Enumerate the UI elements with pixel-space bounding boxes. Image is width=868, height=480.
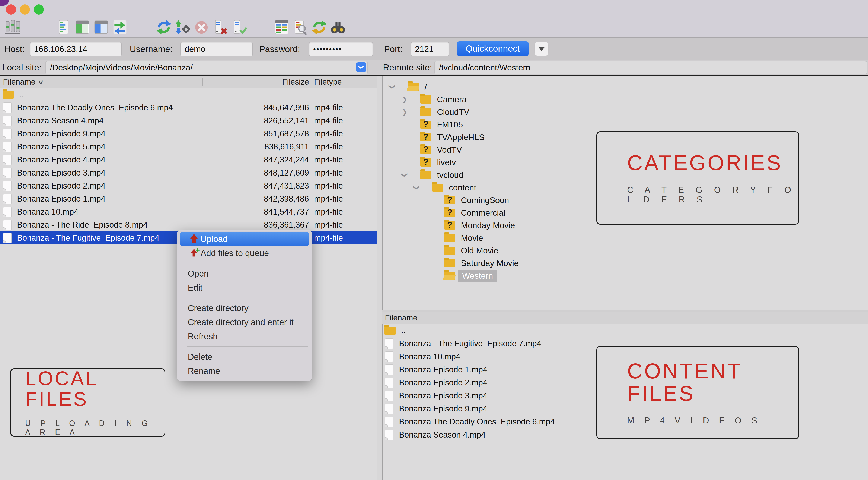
menu-item-delete[interactable]: Delete xyxy=(177,350,312,364)
list-item[interactable]: Bonanza The Deadly Ones Episode 6.mp4 xyxy=(382,415,868,428)
directory-comparison-icon[interactable] xyxy=(272,18,291,36)
file-size: 845,647,996 xyxy=(203,103,309,112)
chevron-right-icon[interactable] xyxy=(402,108,418,116)
menu-item-create-directory[interactable]: Create directory xyxy=(177,301,312,315)
tree-item-western-selected[interactable]: Western xyxy=(382,269,868,282)
close-window-button[interactable] xyxy=(6,4,16,14)
menu-item-upload[interactable]: Upload xyxy=(180,232,309,246)
menu-item-rename[interactable]: Rename xyxy=(177,364,312,378)
file-icon xyxy=(3,220,11,230)
parent-directory-row[interactable]: .. xyxy=(382,324,868,337)
tree-item-root[interactable]: / xyxy=(382,81,868,93)
tree-item-saturday-movie[interactable]: Saturday Movie xyxy=(382,257,868,269)
toggle-remote-tree-icon[interactable] xyxy=(92,18,111,36)
password-label: Password: xyxy=(259,44,300,54)
list-item[interactable]: Bonanza Season 4.mp4 xyxy=(382,428,868,441)
file-type: mp4-file xyxy=(314,129,343,138)
tree-item-vodtv[interactable]: VodTV xyxy=(382,144,868,156)
menu-item-add-files-to-queue[interactable]: +Add files to queue xyxy=(177,246,312,260)
table-row[interactable]: Bonanza - The Ride Episode 8.mp4836,361,… xyxy=(0,218,377,232)
zoom-window-button[interactable] xyxy=(34,4,44,14)
folder-question-icon xyxy=(420,133,431,141)
host-input[interactable]: 168.106.23.14 xyxy=(30,42,122,56)
tree-item-commercial[interactable]: Commercial xyxy=(382,207,868,219)
synchronized-browsing-icon[interactable] xyxy=(310,18,329,36)
file-name: Bonanza - The Fugitive Episode 7.mp4 xyxy=(17,233,159,243)
file-icon xyxy=(385,352,394,362)
main-area: Filename ∨ Filesize Filetype .. Bonanza … xyxy=(0,76,868,480)
list-item[interactable]: Bonanza Episode 3.mp4 xyxy=(382,389,868,402)
process-queue-icon[interactable] xyxy=(173,18,192,36)
file-name: Bonanza Episode 3.mp4 xyxy=(399,391,487,400)
table-row[interactable]: Bonanza The Deadly Ones Episode 6.mp4845… xyxy=(0,101,377,114)
file-icon xyxy=(385,403,394,414)
tree-item-fm105[interactable]: FM105 xyxy=(382,118,868,131)
local-site-dropdown-icon[interactable] xyxy=(356,62,366,72)
column-filename[interactable]: Filename xyxy=(385,313,417,323)
chevron-down-icon[interactable] xyxy=(414,184,430,191)
filename-filters-icon[interactable] xyxy=(291,18,310,36)
file-icon xyxy=(3,181,11,191)
minimize-window-button[interactable] xyxy=(20,4,30,14)
refresh-icon[interactable] xyxy=(154,18,173,36)
reconnect-icon[interactable] xyxy=(229,18,248,36)
menu-item-edit[interactable]: Edit xyxy=(177,280,312,295)
local-list-header: Filename ∨ Filesize Filetype xyxy=(0,76,377,88)
tree-item-tvcloud[interactable]: tvcloud xyxy=(382,169,868,181)
quickconnect-dropdown-button[interactable] xyxy=(534,42,549,56)
file-icon xyxy=(385,338,394,349)
username-input[interactable]: demo xyxy=(180,42,253,56)
toolbar xyxy=(0,17,868,37)
chevron-down-icon[interactable] xyxy=(402,171,418,179)
disconnect-icon[interactable] xyxy=(211,18,229,36)
table-row[interactable]: Bonanza Episode 2.mp4847,431,823mp4-file xyxy=(0,179,377,192)
table-row[interactable]: Bonanza 10.mp4841,544,737mp4-file xyxy=(0,205,377,218)
tree-item-cloudtv[interactable]: CloudTV xyxy=(382,106,868,118)
list-item[interactable]: Bonanza - The Fugitive Episode 7.mp4 xyxy=(382,337,868,350)
tree-item-tvapplehls[interactable]: TVAppleHLS xyxy=(382,131,868,144)
list-item[interactable]: Bonanza Episode 1.mp4 xyxy=(382,363,868,376)
port-input[interactable]: 2121 xyxy=(411,42,449,56)
column-filetype[interactable]: Filetype xyxy=(314,78,342,87)
parent-directory-row[interactable]: .. xyxy=(0,88,377,101)
site-manager-icon[interactable] xyxy=(3,18,22,36)
table-row[interactable]: Bonanza Episode 1.mp4842,398,486mp4-file xyxy=(0,192,377,205)
toggle-local-tree-icon[interactable] xyxy=(73,18,92,36)
toggle-transfer-queue-icon[interactable] xyxy=(111,18,129,36)
list-item[interactable]: Bonanza 10.mp4 xyxy=(382,350,868,363)
chevron-down-icon[interactable] xyxy=(390,83,406,91)
tree-item-monday-movie[interactable]: Monday Movie xyxy=(382,219,868,232)
tree-item-camera[interactable]: Camera xyxy=(382,93,868,106)
table-row[interactable]: Bonanza Episode 4.mp4847,324,244mp4-file xyxy=(0,153,377,166)
menu-item-open[interactable]: Open xyxy=(177,267,312,280)
tree-item-livetv[interactable]: livetv xyxy=(382,156,868,169)
tree-item-old-movie[interactable]: Old Movie xyxy=(382,244,868,257)
list-item[interactable]: Bonanza Episode 2.mp4 xyxy=(382,376,868,389)
menu-item-refresh[interactable]: Refresh xyxy=(177,329,312,343)
column-filename[interactable]: Filename xyxy=(3,78,35,87)
local-site-combo[interactable]: /Desktop/Mojo/Videos/Movie/Bonanza/ xyxy=(45,61,368,74)
file-name: Bonanza The Deadly Ones Episode 6.mp4 xyxy=(399,417,555,426)
file-type: mp4-file xyxy=(314,207,343,216)
table-row[interactable]: Bonanza Episode 3.mp4848,127,609mp4-file xyxy=(0,166,377,179)
list-item[interactable]: Bonanza Episode 9.mp4 xyxy=(382,402,868,415)
find-files-icon[interactable] xyxy=(329,18,347,36)
password-input[interactable]: ••••••••• xyxy=(309,42,373,56)
file-icon xyxy=(385,364,394,375)
quickconnect-button[interactable]: Quickconnect xyxy=(457,41,529,56)
tree-item-content[interactable]: content xyxy=(382,181,868,194)
column-filesize[interactable]: Filesize xyxy=(203,78,309,87)
file-type: mp4-file xyxy=(314,155,343,164)
table-row[interactable]: Bonanza Episode 5.mp4838,616,911mp4-file xyxy=(0,140,377,153)
tree-item-movie[interactable]: Movie xyxy=(382,232,868,244)
tree-item-comingsoon[interactable]: ComingSoon xyxy=(382,194,868,207)
remote-site-combo[interactable]: /tvcloud/content/Western xyxy=(434,61,867,74)
menu-item-create-directory-and-enter[interactable]: Create directory and enter it xyxy=(177,315,312,329)
toggle-message-log-icon[interactable] xyxy=(54,18,73,36)
file-name: Bonanza Episode 1.mp4 xyxy=(17,194,105,204)
filezilla-window: Host: 168.106.23.14 Username: demo Passw… xyxy=(0,0,868,480)
table-row[interactable]: Bonanza Episode 9.mp4851,687,578mp4-file xyxy=(0,127,377,140)
chevron-right-icon[interactable] xyxy=(402,96,418,103)
table-row[interactable]: Bonanza Season 4.mp4826,552,141mp4-file xyxy=(0,114,377,127)
file-size: 826,552,141 xyxy=(203,116,309,125)
